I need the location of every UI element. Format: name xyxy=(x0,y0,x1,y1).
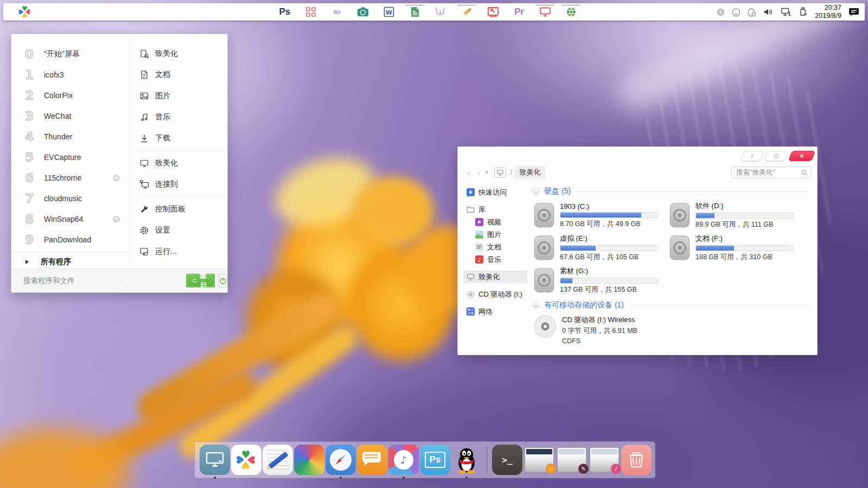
dock-launcher[interactable]: ♥♥♥♥ xyxy=(231,445,261,475)
volume-icon[interactable] xyxy=(763,8,774,16)
dock-terminal[interactable]: >_ xyxy=(492,445,522,475)
camera-launcher[interactable] xyxy=(356,3,370,21)
dock-notes[interactable] xyxy=(263,445,293,475)
minimized-window-editor[interactable]: ✎ xyxy=(557,447,586,472)
collapse-icon[interactable] xyxy=(532,187,540,196)
menu-item-run[interactable]: 运行... xyxy=(130,241,228,262)
menu-item-user-folder[interactable]: 致美化 xyxy=(130,43,228,64)
window-header xyxy=(591,449,617,454)
running-dot xyxy=(340,477,342,479)
word-launcher[interactable]: W xyxy=(382,3,396,21)
history-dropdown-icon[interactable]: ▼ xyxy=(484,170,492,175)
breadcrumb-location[interactable]: 致美化 xyxy=(514,166,545,179)
menu-item-music[interactable]: 音乐 xyxy=(130,106,228,127)
dock-music[interactable]: ♪ xyxy=(388,445,419,475)
close-button[interactable]: × xyxy=(788,151,816,161)
drive-c[interactable]: 1903 (C:) 8.70 GB 可用，共 49.9 GB xyxy=(534,199,669,232)
all-programs-button[interactable]: 所有程序 xyxy=(11,254,130,270)
photoshop-launcher[interactable]: Ps xyxy=(278,3,292,21)
sidebar-music[interactable]: ♪ 音乐 xyxy=(463,253,527,266)
running-indicator xyxy=(535,4,555,6)
start-search[interactable] xyxy=(11,276,130,285)
screen-capture-launcher[interactable] xyxy=(486,3,500,21)
menu-item-evcapture[interactable]: 5EVCapture xyxy=(11,147,130,168)
network-icon[interactable] xyxy=(781,8,792,16)
minimize-button[interactable]: / xyxy=(741,151,765,161)
wps-writer-launcher[interactable] xyxy=(408,3,422,21)
sidebar-quick-access[interactable]: 快速访问 xyxy=(463,186,527,198)
pencil-launcher[interactable] xyxy=(460,3,474,21)
sidebar-network[interactable]: 网络 xyxy=(463,305,527,318)
collapse-icon[interactable] xyxy=(532,301,540,310)
qq-tray-icon[interactable] xyxy=(732,8,741,17)
maximize-button[interactable] xyxy=(764,151,789,161)
drive-e[interactable]: 虚拟 (E:) 67.6 GB 可用，共 105 GB xyxy=(534,232,669,264)
menu-item-connect-to[interactable]: 连接到 xyxy=(130,174,228,195)
start-logo[interactable]: ♥♥♥♥ xyxy=(18,5,31,18)
restart-button[interactable]: 重启 xyxy=(186,274,215,287)
menu-item-pandownload[interactable]: 9PanDownload xyxy=(11,229,130,250)
sidebar-pictures[interactable]: 图片 xyxy=(463,228,527,241)
menu-item-computer[interactable]: 致美化 xyxy=(130,152,228,174)
dock-messages[interactable] xyxy=(357,445,387,475)
start-search-input[interactable] xyxy=(22,276,120,285)
browser-launcher[interactable] xyxy=(564,3,578,21)
menu-item-control-panel[interactable]: 控制面板 xyxy=(130,198,228,220)
dock-displays[interactable] xyxy=(200,445,230,475)
dock-photoshop[interactable]: Ps xyxy=(420,445,450,475)
back-button[interactable]: ‹ xyxy=(463,168,474,177)
expand-arrow-icon[interactable] xyxy=(113,216,120,223)
menu-item-cloudmusic[interactable]: 7cloudmusic xyxy=(11,188,130,209)
infinity-launcher[interactable]: ∞ xyxy=(330,3,344,21)
power-button[interactable] xyxy=(219,274,227,287)
cd-drive-item[interactable]: CD 驱动器 (I:) Wireless 0 字节 可用，共 6.91 MB C… xyxy=(534,315,810,345)
menu-item-115chrome[interactable]: 6115chrome xyxy=(11,168,130,188)
menu-item-pictures[interactable]: 图片 xyxy=(130,85,228,106)
menu-item-downloads[interactable]: 下载 xyxy=(130,127,228,149)
usb-device-icon[interactable] xyxy=(799,7,808,17)
hard-disk-icon xyxy=(534,203,554,228)
sidebar-documents[interactable]: 文档 xyxy=(463,241,527,253)
dock-qq[interactable] xyxy=(451,445,482,475)
moth-launcher[interactable] xyxy=(434,3,448,21)
minimized-window-music[interactable]: ♪ xyxy=(590,447,619,472)
notification-center-icon[interactable] xyxy=(848,7,859,17)
terminal-prompt-icon: >_ xyxy=(502,455,512,465)
menu-item-start-screen[interactable]: 0"开始"屏幕 xyxy=(11,44,130,65)
sidebar-cd-drive[interactable]: CD 驱动器 (I:) xyxy=(463,288,527,300)
drive-d[interactable]: 软件 (D:) 89.9 GB 可用，共 111 GB xyxy=(669,199,805,232)
section-removable[interactable]: 有可移动存储的设备 (1) xyxy=(532,300,810,311)
download-icon xyxy=(139,133,150,144)
premiere-launcher[interactable]: Pr xyxy=(512,3,526,21)
minimized-window-browser[interactable] xyxy=(525,447,554,472)
premiere-icon: Pr xyxy=(514,7,524,17)
music-note-icon: ♪ xyxy=(394,450,413,470)
dock-trash[interactable] xyxy=(621,445,652,475)
explorer-search-input[interactable] xyxy=(735,168,801,177)
menu-item-icofx3[interactable]: 1icofx3 xyxy=(11,65,130,85)
computer-breadcrumb-icon[interactable] xyxy=(494,168,506,178)
menu-item-thunder[interactable]: 4Thunder xyxy=(11,126,130,147)
hidden-icons-chevron-icon[interactable] xyxy=(717,8,725,16)
drive-f[interactable]: 文档 (F:) 188 GB 可用，共 310 GB xyxy=(669,232,805,264)
expand-arrow-icon[interactable] xyxy=(113,175,120,182)
section-hard-disks[interactable]: 硬盘 (5) xyxy=(532,186,810,197)
qq-status-tray-icon[interactable] xyxy=(748,8,756,17)
drive-g[interactable]: 素材 (G:) 137 GB 可用，共 155 GB xyxy=(534,264,669,297)
flowchart-launcher[interactable] xyxy=(304,3,318,21)
menu-item-winsnap64[interactable]: 8WinSnap64 xyxy=(11,209,130,229)
menu-item-settings[interactable]: 设置 xyxy=(130,220,228,241)
flowchart-icon xyxy=(305,7,316,17)
sidebar-videos[interactable]: 视频 xyxy=(463,216,527,228)
menu-item-documents[interactable]: 文档 xyxy=(130,64,228,85)
explorer-search[interactable] xyxy=(731,166,812,178)
sidebar-this-pc[interactable]: 致美化 xyxy=(463,271,527,283)
dock-browser[interactable] xyxy=(326,445,356,475)
dock-photos[interactable] xyxy=(294,445,324,475)
sidebar-library[interactable]: 库 xyxy=(463,203,527,216)
forward-button[interactable]: › xyxy=(474,168,484,177)
menu-item-wechat[interactable]: 3WeChat xyxy=(11,106,130,126)
display-launcher[interactable] xyxy=(538,3,552,21)
menu-item-colorpix[interactable]: 2ColorPix xyxy=(11,85,130,106)
clock[interactable]: 20:37 2019/8/9 xyxy=(815,4,841,20)
